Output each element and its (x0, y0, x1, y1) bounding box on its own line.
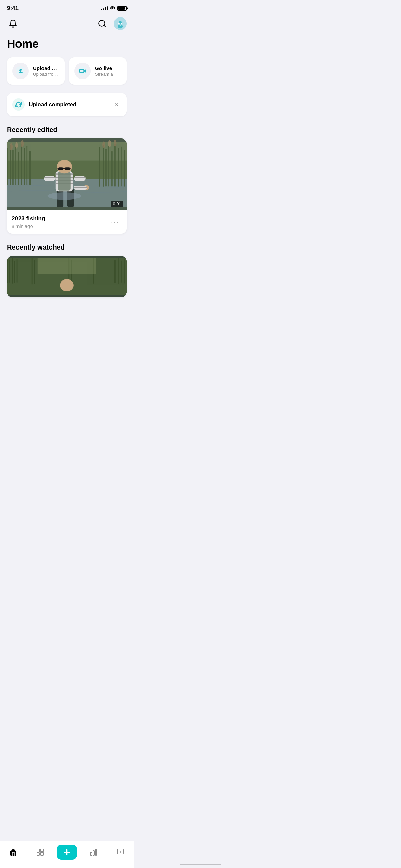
video-meta: 2023 fishing 8 min ago (12, 215, 108, 229)
svg-rect-26 (108, 146, 109, 187)
svg-rect-71 (114, 260, 116, 283)
svg-rect-19 (21, 144, 22, 185)
svg-line-55 (70, 169, 71, 169)
upload-completed-banner: Upload completed × (7, 93, 127, 116)
fishing-thumbnail-image (7, 138, 127, 210)
svg-rect-63 (12, 258, 13, 284)
svg-point-6 (118, 23, 119, 24)
svg-rect-74 (124, 259, 125, 284)
svg-point-34 (21, 140, 24, 147)
avatar-icon (115, 19, 125, 29)
svg-line-54 (57, 169, 58, 169)
svg-rect-20 (24, 148, 25, 185)
status-icons (101, 6, 127, 11)
svg-rect-61 (7, 258, 8, 283)
action-cards: Upload video Upload from your device Go … (0, 57, 134, 93)
svg-point-50 (57, 160, 72, 173)
nav-right (96, 17, 127, 30)
svg-rect-17 (15, 147, 16, 185)
go-live-icon-bg (74, 63, 91, 79)
recently-edited-title: Recently edited (0, 126, 134, 138)
svg-rect-29 (118, 148, 119, 187)
svg-rect-24 (103, 145, 104, 187)
video-camera-icon (78, 66, 87, 76)
svg-rect-62 (9, 260, 10, 283)
svg-rect-49 (74, 177, 86, 178)
sync-icon (15, 101, 22, 108)
recently-watched-thumbnail (7, 256, 127, 297)
svg-rect-52 (65, 167, 70, 170)
svg-rect-27 (111, 151, 113, 187)
svg-rect-73 (121, 260, 122, 283)
upload-video-title: Upload video (33, 65, 59, 71)
bell-icon (9, 19, 17, 28)
svg-rect-16 (12, 150, 14, 185)
go-live-card[interactable]: Go live Stream a (69, 57, 127, 85)
svg-rect-48 (74, 176, 86, 181)
svg-rect-23 (99, 147, 100, 187)
svg-rect-14 (7, 148, 8, 185)
search-icon (98, 19, 107, 28)
page-title: Home (7, 37, 127, 50)
video-thumbnail: 0:01 (7, 138, 127, 210)
svg-rect-75 (38, 258, 96, 274)
video-time-ago: 8 min ago (12, 224, 108, 229)
top-nav (0, 14, 134, 34)
page-title-section: Home (0, 34, 134, 57)
svg-rect-66 (32, 258, 33, 284)
svg-point-32 (10, 143, 13, 150)
svg-rect-47 (44, 177, 56, 178)
svg-point-0 (112, 10, 113, 10)
svg-point-37 (114, 140, 116, 147)
recently-edited-video-card[interactable]: 0:01 2023 fishing 8 min ago ··· (7, 138, 127, 234)
upload-video-text: Upload video Upload from your device (33, 65, 59, 77)
status-time: 9:41 (7, 5, 19, 12)
svg-rect-67 (34, 260, 35, 284)
search-button[interactable] (96, 17, 108, 30)
svg-rect-45 (58, 172, 71, 191)
svg-point-36 (108, 140, 111, 147)
wifi-icon (110, 6, 115, 10)
video-title: 2023 fishing (12, 215, 108, 222)
go-live-subtitle: Stream a (95, 72, 113, 77)
recently-watched-thumbnail-image (7, 256, 127, 297)
avatar-button[interactable] (114, 17, 127, 30)
recently-watched-video-card[interactable] (7, 256, 127, 297)
svg-line-2 (104, 25, 106, 27)
signal-bars-icon (101, 6, 108, 10)
svg-rect-22 (29, 151, 31, 185)
notifications-button[interactable] (7, 17, 19, 30)
svg-rect-64 (14, 261, 15, 283)
svg-rect-21 (26, 146, 27, 185)
dismiss-upload-button[interactable]: × (112, 100, 121, 109)
upload-banner-text: Upload completed (29, 101, 108, 108)
upload-video-card[interactable]: Upload video Upload from your device (7, 57, 65, 85)
svg-point-7 (121, 23, 122, 24)
svg-rect-18 (18, 152, 19, 185)
status-bar: 9:41 (0, 0, 134, 14)
svg-point-5 (118, 25, 123, 29)
svg-rect-65 (17, 259, 18, 283)
video-more-button[interactable]: ··· (108, 216, 122, 228)
video-duration-badge: 0:01 (111, 201, 123, 207)
svg-rect-28 (114, 144, 116, 187)
svg-point-33 (15, 142, 18, 149)
video-info: 2023 fishing 8 min ago ··· (7, 210, 127, 234)
svg-point-56 (47, 192, 81, 200)
go-live-text: Go live Stream a (95, 65, 113, 77)
upload-video-icon-bg (12, 63, 29, 79)
svg-rect-51 (58, 167, 63, 170)
battery-icon (117, 6, 127, 11)
upload-icon (16, 66, 25, 76)
go-live-title: Go live (95, 65, 113, 71)
svg-rect-31 (124, 150, 125, 187)
recently-watched-title: Recently watched (0, 243, 134, 256)
svg-rect-30 (121, 146, 122, 187)
upload-video-subtitle: Upload from your device (33, 72, 59, 77)
svg-rect-25 (105, 149, 107, 187)
svg-rect-72 (118, 258, 119, 284)
svg-point-76 (60, 279, 73, 291)
svg-rect-46 (44, 176, 56, 181)
sync-icon-bg (12, 98, 25, 111)
svg-rect-59 (74, 187, 87, 188)
